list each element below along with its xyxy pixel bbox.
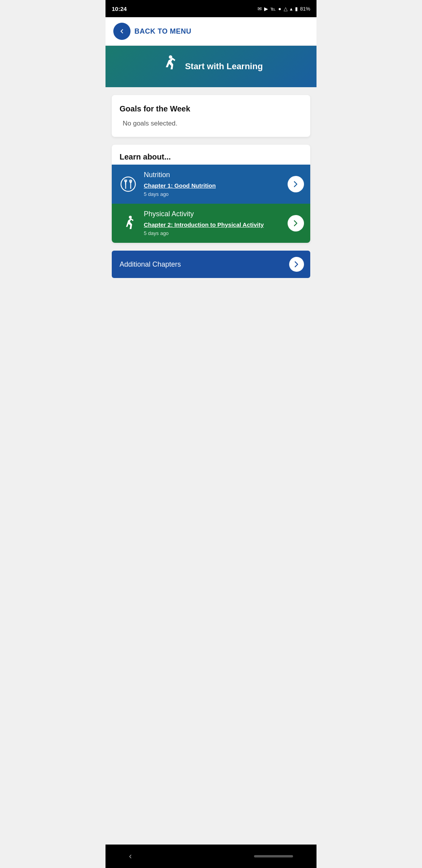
bottom-back-icon[interactable]: ‹: [129, 851, 132, 861]
physical-activity-text: Physical Activity Chapter 2: Introductio…: [144, 210, 283, 237]
nutrition-icon: [118, 174, 138, 194]
physical-chapter-link[interactable]: Chapter 2: Introduction to Physical Acti…: [144, 221, 283, 228]
svg-point-5: [129, 216, 132, 219]
back-label: BACK TO MENU: [134, 27, 191, 36]
physical-activity-icon: [118, 213, 138, 233]
header-banner: Start with Learning: [106, 46, 316, 87]
learn-card-heading: Learn about...: [112, 145, 310, 165]
status-icons: ✉ ▶ ℡ ● △ ▴ ▮ 81%: [257, 6, 310, 12]
banner-figure-icon: [159, 54, 179, 79]
status-bar: 10:24 ✉ ▶ ℡ ● △ ▴ ▮ 81%: [106, 0, 316, 17]
back-circle-icon: [113, 23, 131, 40]
message-icon: ✉: [257, 6, 262, 12]
battery-icon: ▮: [295, 6, 298, 12]
bottom-nav-bar: ‹: [106, 845, 316, 868]
main-content: Goals for the Week No goals selected. Le…: [106, 87, 316, 845]
signal-icon: ●: [278, 6, 281, 12]
network-icon: ▴: [290, 6, 293, 12]
nutrition-chevron-button[interactable]: [288, 176, 304, 192]
physical-chevron-button[interactable]: [288, 215, 304, 231]
svg-point-1: [121, 177, 136, 192]
nutrition-chapter-time: 5 days ago: [144, 191, 169, 197]
additional-chapters-label: Additional Chapters: [120, 260, 181, 269]
bottom-home-pill[interactable]: [254, 855, 293, 857]
goals-empty-message: No goals selected.: [120, 120, 302, 127]
nutrition-text: Nutrition Chapter 1: Good Nutrition 5 da…: [144, 171, 283, 197]
bluetooth-icon: ℡: [270, 6, 276, 12]
nutrition-row[interactable]: Nutrition Chapter 1: Good Nutrition 5 da…: [112, 165, 310, 204]
banner-title: Start with Learning: [185, 61, 263, 72]
nutrition-name: Nutrition: [144, 171, 283, 179]
additional-chapters-chevron-icon: [289, 257, 304, 272]
physical-activity-name: Physical Activity: [144, 210, 283, 218]
top-nav: BACK TO MENU: [106, 17, 316, 46]
physical-chapter-time: 5 days ago: [144, 230, 169, 236]
learn-about-card: Learn about... Nutrition Chapter 1: Good…: [112, 145, 310, 243]
goals-card: Goals for the Week No goals selected.: [112, 95, 310, 137]
status-time: 10:24: [112, 5, 127, 12]
back-button[interactable]: BACK TO MENU: [113, 23, 191, 40]
additional-chapters-button[interactable]: Additional Chapters: [112, 251, 310, 278]
physical-activity-row[interactable]: Physical Activity Chapter 2: Introductio…: [112, 204, 310, 243]
svg-point-0: [169, 56, 173, 59]
battery-percent: 81%: [300, 6, 310, 12]
wifi-icon: △: [284, 6, 288, 12]
nutrition-chapter-link[interactable]: Chapter 1: Good Nutrition: [144, 182, 283, 189]
goals-title: Goals for the Week: [120, 104, 302, 113]
video-icon: ▶: [264, 6, 268, 12]
